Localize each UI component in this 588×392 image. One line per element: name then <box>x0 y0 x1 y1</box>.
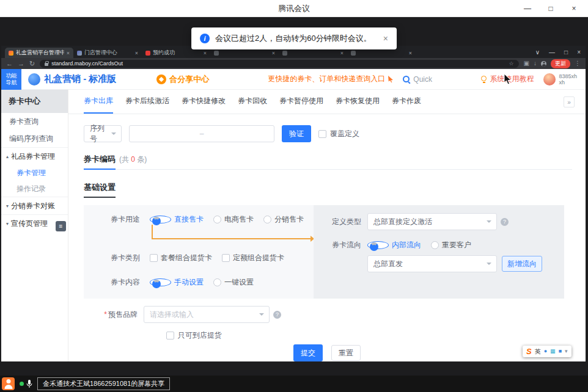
sidebar-item-code-serial-query[interactable]: 编码序列查询 <box>1 130 68 147</box>
sidebar-collapse-button[interactable]: ≡ <box>56 221 66 231</box>
browser-tab-store-admin[interactable]: 门店管理中心 × <box>73 48 142 58</box>
red-dot-favicon <box>145 51 150 56</box>
verify-button[interactable]: 验证 <box>282 125 311 142</box>
radio-ecommerce-sale[interactable]: 电商售卡 <box>213 214 254 225</box>
browser-minimize-icon[interactable]: — <box>549 49 555 56</box>
profile-icon[interactable] <box>541 61 546 67</box>
tab-card-resume[interactable]: 券卡恢复使用 <box>336 90 380 114</box>
define-type-select[interactable]: 总部直接定义激活 <box>367 213 497 230</box>
card-action-tabs: 券卡出库 券卡后续激活 券卡快捷修改 券卡回收 券卡暂停使用 券卡恢复使用 券卡… <box>68 90 586 114</box>
store-pickup-only-checkbox[interactable]: 只可到店提货 <box>166 330 586 341</box>
submit-button[interactable]: 提交 <box>293 344 323 361</box>
maximize-icon[interactable]: □ <box>539 0 562 16</box>
ime-toolbox-icon[interactable]: ■ <box>559 349 562 354</box>
bulb-icon <box>480 76 487 83</box>
tab-card-suspend[interactable]: 券卡暂停使用 <box>279 90 323 114</box>
tab-card-quick-edit[interactable]: 券卡快捷修改 <box>182 90 226 114</box>
define-type-row: 定义类型 总部直接定义激活 ? <box>327 213 509 230</box>
tab-close-icon[interactable]: × <box>340 50 344 56</box>
tab-card-void[interactable]: 券卡作废 <box>392 90 421 114</box>
help-icon[interactable]: ? <box>273 311 281 319</box>
toast-close-icon[interactable]: × <box>383 34 388 43</box>
flow-select[interactable]: 总部直发 <box>367 255 497 272</box>
checkbox-fixed-combo-pickup-card[interactable]: 定额组合提货卡 <box>222 253 284 263</box>
share-center-link[interactable]: 合分享中心 <box>156 74 209 85</box>
forward-icon[interactable]: → <box>18 60 24 67</box>
checkbox-icon <box>150 254 158 262</box>
browser-maximize-icon[interactable]: □ <box>564 49 568 56</box>
reset-button[interactable]: 重置 <box>331 345 361 361</box>
app-header: 功能 导航 礼盒营销 - 标准版 合分享中心 更快捷的券卡、订单和快递查询入口 <box>1 69 586 90</box>
function-nav-toggle[interactable]: 功能 导航 <box>1 69 21 90</box>
radio-important-customer[interactable]: 重要客户 <box>431 240 471 250</box>
tab-close-icon[interactable]: × <box>135 50 138 56</box>
presale-brand-row: *预售品牌 请选择或输入 ? <box>84 306 586 323</box>
tab-close-icon[interactable]: × <box>409 50 412 56</box>
meeting-toast: i 会议已超过2人，自动转为60分钟限时会议。 × <box>191 27 397 49</box>
tab-search-icon[interactable]: ∨ <box>535 49 540 56</box>
meeting-window: 腾讯会议 — □ × 礼盒营销平台管理中心 × 门店管理中心 × 预约成功 × <box>0 0 588 392</box>
add-flow-button[interactable]: 新增流向 <box>502 256 542 272</box>
sidebar-item-card-query[interactable]: 券卡查询 <box>1 113 68 130</box>
checkbox-combo-pickup-card[interactable]: 套餐组合提货卡 <box>150 253 212 263</box>
presale-brand-select[interactable]: 请选择或输入 <box>144 306 270 323</box>
ime-toolbar[interactable]: S 英 ● ▦ ■ ▾ <box>523 346 571 357</box>
menu-dots-icon[interactable]: ⋮ <box>575 60 581 67</box>
radio-internal-flow[interactable]: 内部流向 <box>367 240 421 250</box>
hamburger-icon: ≡ <box>59 223 63 230</box>
user-account[interactable]: 8385xh xh <box>543 73 577 85</box>
sidebar-item-card-management[interactable]: 券卡管理 <box>1 165 68 181</box>
download-icon[interactable]: ↓ <box>534 60 537 67</box>
click-pointer-icon <box>388 76 394 82</box>
close-icon[interactable]: × <box>562 0 586 16</box>
ime-mic-icon[interactable]: ● <box>544 349 547 354</box>
help-icon[interactable]: ? <box>501 218 509 226</box>
form-footer: 提交 重置 <box>68 344 586 361</box>
tab-close-icon[interactable]: × <box>204 50 207 56</box>
sogou-logo-icon[interactable]: S <box>526 347 532 356</box>
extensions-icon[interactable]: ▣ <box>524 60 529 67</box>
address-bar[interactable]: standard.maboy.cn/CardsOut ☆ <box>40 60 518 68</box>
chevron-down-icon: ▾ <box>6 203 9 209</box>
shared-browser-window: 礼盒营销平台管理中心 × 门店管理中心 × 预约成功 × × × <box>1 46 586 361</box>
app-logo[interactable]: 礼盒营销 - 标准版 <box>28 73 116 85</box>
back-icon[interactable]: ← <box>6 60 13 67</box>
required-asterisk: * <box>104 310 107 319</box>
tab-card-activate[interactable]: 券卡后续激活 <box>125 90 169 114</box>
user-name: 8385xh <box>559 73 577 79</box>
web-page: 功能 导航 礼盒营销 - 标准版 合分享中心 更快捷的券卡、订单和快递查询入口 <box>1 69 586 361</box>
tab-card-recycle[interactable]: 券卡回收 <box>238 90 267 114</box>
sharer-avatar-icon <box>2 377 15 390</box>
quick-search[interactable]: Quick <box>403 75 432 84</box>
browser-close-icon[interactable]: × <box>577 49 581 56</box>
radio-manual-setup[interactable]: 手动设置 <box>150 277 204 288</box>
tab-close-icon[interactable]: × <box>272 50 275 56</box>
tab-close-icon[interactable]: × <box>67 50 70 56</box>
sidebar-group-distribution-reconcile[interactable]: ▾ 分销券卡对账 <box>1 197 68 214</box>
ime-language-indicator[interactable]: 英 <box>535 347 541 356</box>
ime-keyboard-icon[interactable]: ▦ <box>550 349 556 354</box>
browser-tab-gift-admin[interactable]: 礼盒营销平台管理中心 × <box>5 48 73 58</box>
overwrite-define-checkbox[interactable]: 覆盖定义 <box>318 129 359 139</box>
serial-type-select[interactable]: 序列号 <box>84 125 122 142</box>
store-only-row: 只可到店提货 <box>166 330 586 341</box>
serial-range-input[interactable]: – <box>129 125 274 142</box>
tab-card-outbound[interactable]: 券卡出库 <box>84 90 113 114</box>
minimize-icon[interactable]: — <box>516 0 539 16</box>
promo-entry-link[interactable]: 更快捷的券卡、订单和快递查询入口 <box>268 74 394 84</box>
basic-settings-panel: 券卡用途 直接售卡 电商售卡 分销售卡 券卡类别 套餐组合提货卡 <box>84 205 564 299</box>
sidebar-group-gift-card-mgmt[interactable]: ▴ 礼品券卡管理 <box>1 148 68 165</box>
radio-distribution-sale[interactable]: 分销售卡 <box>263 214 304 225</box>
chevron-down-icon: ▾ <box>6 221 9 227</box>
meeting-titlebar: 腾讯会议 — □ × <box>0 0 588 17</box>
panel-collapse-button[interactable]: » <box>564 96 575 107</box>
logo-text: 礼盒营销 - 标准版 <box>44 73 116 85</box>
browser-update-button[interactable]: 更新 <box>551 59 570 68</box>
radio-one-click-setup[interactable]: 一键设置 <box>213 277 254 288</box>
sidebar-item-operation-log[interactable]: 操作记录 <box>1 181 68 197</box>
bookmark-star-icon[interactable]: ☆ <box>509 60 513 67</box>
radio-direct-sale[interactable]: 直接售卡 <box>150 214 204 225</box>
reload-icon[interactable]: ↻ <box>29 60 35 67</box>
ime-more-icon[interactable]: ▾ <box>565 349 568 354</box>
card-content-row: 券卡内容 手动设置 一键设置 <box>108 277 254 288</box>
